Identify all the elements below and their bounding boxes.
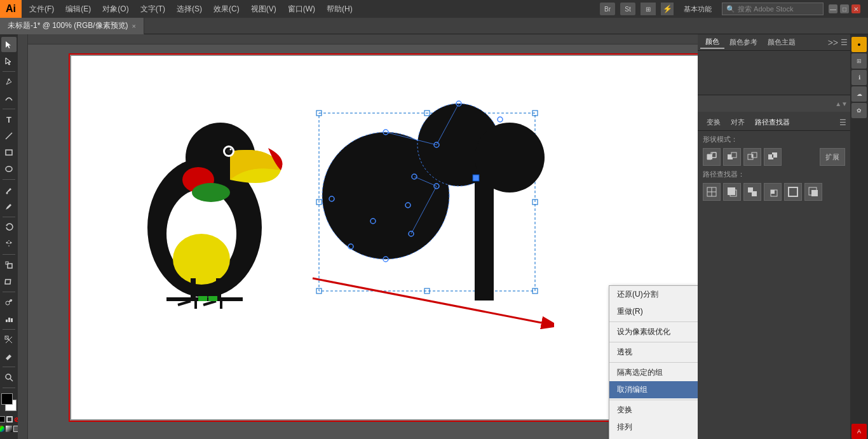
column-graph-tool[interactable]	[1, 311, 17, 327]
tab-color-theme[interactable]: 颜色主题	[763, 36, 801, 48]
document-tab[interactable]: 未标题-1* @ 100% (RGB/像素预览) ×	[0, 18, 144, 34]
layers-icon-button[interactable]: ⊞	[851, 53, 867, 69]
menu-select[interactable]: 选择(S)	[172, 3, 207, 16]
panel-menu-button[interactable]: ☰	[841, 38, 848, 47]
library-icon-button[interactable]: ☁	[851, 86, 867, 102]
line-tool[interactable]	[1, 128, 17, 144]
reflect-tool[interactable]	[1, 236, 17, 252]
tool-separator-1	[3, 71, 15, 72]
ctx-perspective[interactable]: 透视 ▶	[609, 344, 698, 361]
menu-edit[interactable]: 编辑(E)	[60, 3, 96, 16]
tab-color-guide[interactable]: 颜色参考	[724, 36, 763, 48]
stock-button[interactable]: St	[620, 3, 635, 15]
ctx-transform[interactable]: 变换 ▶	[609, 402, 698, 419]
ctx-select[interactable]: 选择 ▶	[609, 436, 698, 439]
symbols-icon-button[interactable]: ✿	[851, 103, 867, 118]
curvature-tool[interactable]	[1, 91, 17, 106]
search-icon: 🔍	[726, 5, 735, 13]
exclude-button[interactable]	[764, 148, 782, 166]
color-icon-button[interactable]: ●	[851, 37, 867, 52]
symbol-sprayer-tool[interactable]	[1, 295, 17, 310]
svg-point-2	[8, 79, 10, 81]
free-transform-tool[interactable]	[1, 274, 17, 289]
svg-point-61	[498, 117, 503, 122]
pathfinder-panel-menu[interactable]: ☰	[839, 118, 846, 127]
minimize-button[interactable]: —	[829, 4, 837, 13]
stock-icon-button[interactable]: ⚡	[661, 3, 674, 15]
fill-indicator[interactable]	[0, 416, 5, 422]
canvas-wrapper[interactable]	[69, 53, 698, 422]
color-mode-color[interactable]	[0, 426, 4, 432]
ellipse-tool[interactable]	[1, 161, 17, 177]
outline-button[interactable]	[784, 183, 802, 201]
tool-separator-7	[3, 329, 15, 330]
stroke-indicator[interactable]	[6, 416, 13, 422]
svg-line-38	[203, 301, 216, 305]
ctx-sep-2	[609, 342, 698, 342]
bridge-button[interactable]: Br	[600, 3, 615, 15]
tab-close-button[interactable]: ×	[132, 22, 136, 30]
workspace-selector[interactable]: 基本功能	[679, 4, 717, 14]
svg-marker-9	[6, 241, 8, 244]
tab-bar: 未标题-1* @ 100% (RGB/像素预览) ×	[0, 18, 868, 34]
search-bar[interactable]: 🔍 搜索 Adobe Stock	[722, 3, 824, 15]
menu-effect[interactable]: 效果(C)	[208, 3, 245, 16]
pencil-tool[interactable]	[1, 199, 17, 214]
svg-rect-17	[6, 320, 8, 322]
menu-help[interactable]: 帮助(H)	[322, 3, 358, 16]
canvas-area[interactable]: 还原(U)分割 重做(R) 设为像素级优化 透视 ▶ 隔离选定的组 取消编组	[18, 34, 698, 439]
ctx-undo[interactable]: 还原(U)分割	[609, 286, 698, 303]
ctx-isolate-group[interactable]: 隔离选定的组	[609, 364, 698, 381]
maximize-button[interactable]: □	[840, 4, 849, 13]
intersect-button[interactable]	[743, 148, 761, 166]
scale-tool[interactable]	[1, 257, 17, 273]
canvas-surface[interactable]	[71, 56, 698, 419]
color-mode-none[interactable]	[13, 426, 18, 432]
trim-button[interactable]	[723, 183, 741, 201]
minus-back-button[interactable]	[804, 183, 822, 201]
properties-icon-button[interactable]: ℹ	[851, 70, 867, 85]
menu-view[interactable]: 视图(V)	[246, 3, 281, 16]
zoom-tool[interactable]	[1, 370, 17, 385]
grid-button[interactable]: ⊞	[641, 3, 656, 15]
rotate-tool[interactable]	[1, 220, 17, 235]
tab-pathfinder[interactable]: 路径查找器	[750, 116, 795, 128]
menu-text[interactable]: 文字(T)	[135, 3, 170, 16]
rectangle-tool[interactable]	[1, 145, 17, 160]
foreground-color-swatch[interactable]	[1, 393, 13, 405]
ctx-ungroup[interactable]: 取消编组	[609, 381, 698, 398]
color-mode-gradient[interactable]	[6, 426, 12, 432]
direct-selection-tool[interactable]	[1, 53, 17, 69]
slice-tool[interactable]	[1, 332, 17, 348]
ctx-redo[interactable]: 重做(R)	[609, 303, 698, 320]
type-tool[interactable]: T	[1, 112, 17, 127]
tab-align[interactable]: 对齐	[726, 116, 750, 128]
unite-button[interactable]	[703, 148, 721, 166]
close-button[interactable]: ✕	[851, 4, 860, 13]
menu-window[interactable]: 窗口(W)	[283, 3, 320, 16]
merge-button[interactable]	[743, 183, 761, 201]
menu-object[interactable]: 对象(O)	[97, 3, 133, 16]
eraser-tool[interactable]	[1, 349, 17, 364]
search-placeholder: 搜索 Adobe Stock	[738, 4, 793, 14]
red-arrow	[300, 259, 554, 335]
shape-mode-label: 形状模式：	[703, 135, 845, 144]
ctx-arrange[interactable]: 排列 ▶	[609, 419, 698, 436]
panel-expand-button[interactable]: >>	[828, 37, 838, 48]
window-controls: — □ ✕	[829, 4, 863, 13]
ctx-pixel-optimize[interactable]: 设为像素级优化	[609, 323, 698, 341]
paintbrush-tool[interactable]	[1, 182, 17, 198]
expand-button[interactable]: 扩展	[820, 148, 845, 166]
tab-color[interactable]: 颜色	[700, 36, 724, 49]
color-swatches[interactable]	[1, 393, 17, 411]
tab-transform[interactable]: 变换	[702, 116, 726, 128]
pen-tool[interactable]	[1, 74, 17, 90]
horizontal-ruler	[18, 34, 698, 44]
selection-tool[interactable]	[1, 37, 17, 52]
minus-front-button[interactable]	[723, 148, 741, 166]
divide-button[interactable]	[703, 183, 721, 201]
adobe-icon-button[interactable]: A	[851, 424, 867, 439]
color-panel-content	[698, 51, 850, 95]
menu-file[interactable]: 文件(F)	[24, 3, 59, 16]
crop-button[interactable]	[764, 183, 782, 201]
